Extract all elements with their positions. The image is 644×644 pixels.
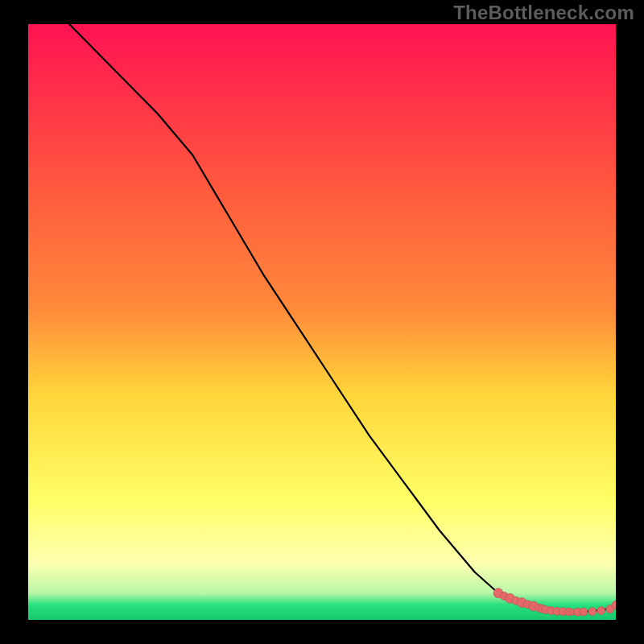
chart-svg [28, 24, 616, 620]
data-point [580, 608, 588, 616]
gradient-background [28, 24, 616, 620]
data-point [588, 608, 597, 616]
plot-area [28, 24, 616, 620]
watermark-text: TheBottleneck.com [453, 2, 634, 24]
data-point [597, 607, 605, 615]
chart-stage: TheBottleneck.com [0, 0, 644, 644]
